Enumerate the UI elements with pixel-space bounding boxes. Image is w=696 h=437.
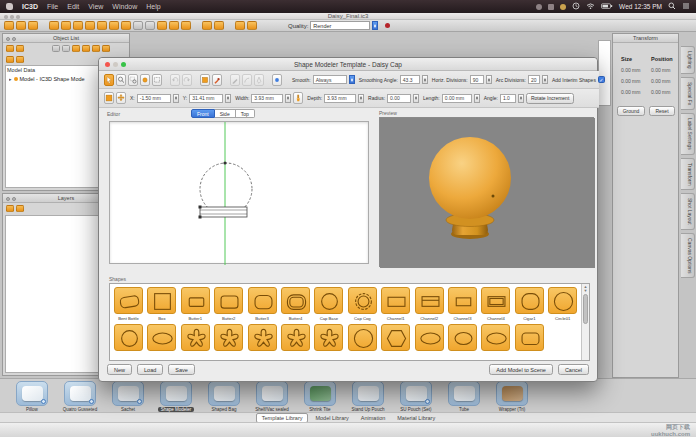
template-thumbnail[interactable]	[112, 381, 144, 406]
close-button[interactable]	[105, 62, 110, 67]
minimize-button[interactable]	[113, 62, 118, 67]
editor-canvas[interactable]	[109, 121, 369, 264]
paint-depth-icon[interactable]	[293, 92, 303, 104]
menu-file[interactable]: File	[47, 3, 58, 10]
y-field-stepper[interactable]	[225, 94, 231, 103]
radius-field[interactable]: 0.00	[387, 94, 411, 103]
x-field-stepper[interactable]	[173, 94, 179, 103]
length-field-stepper[interactable]	[474, 94, 480, 103]
add-layer-icon[interactable]	[6, 205, 14, 212]
draw-pen-icon[interactable]	[254, 74, 264, 86]
editor-tab-front[interactable]: Front	[191, 109, 215, 118]
shelf-item-pillow[interactable]: Pillow	[8, 380, 56, 412]
select-arrow-icon[interactable]	[104, 74, 114, 86]
angle-field[interactable]: 1.0	[500, 94, 516, 103]
template-thumbnail[interactable]	[400, 381, 432, 406]
scrollbar-thumb[interactable]	[583, 294, 588, 324]
side-tab-shot-layout[interactable]: Shot Layout	[681, 193, 695, 230]
new-button[interactable]: New	[107, 364, 132, 375]
dialog-window-controls[interactable]	[105, 62, 126, 67]
shape-tile-roundrect[interactable]	[515, 324, 544, 351]
open-group-icon[interactable]	[16, 56, 24, 63]
render-camera-icon[interactable]	[214, 21, 224, 30]
side-tab-canvas-options[interactable]: Canvas Options	[681, 233, 695, 279]
shape-tile-circle[interactable]	[114, 324, 143, 351]
horiz-divisions-field-stepper[interactable]	[486, 75, 492, 84]
wifi-icon[interactable]	[586, 2, 595, 11]
shape-tile-butter4[interactable]	[281, 287, 310, 314]
new-group-icon[interactable]	[6, 56, 14, 63]
undo-icon[interactable]	[170, 74, 180, 86]
arc-divisions-field[interactable]: 20	[528, 75, 540, 84]
apple-menu-icon[interactable]	[6, 3, 13, 10]
shelf-item-shaped-bag[interactable]: Shaped Bag	[200, 380, 248, 412]
redo-icon[interactable]	[182, 74, 192, 86]
clock-icon[interactable]	[572, 2, 580, 11]
add-interim-shapes-checkbox[interactable]: ✓	[598, 76, 605, 83]
template-thumbnail[interactable]	[256, 381, 288, 406]
shape-tile-circlebig[interactable]	[348, 324, 377, 351]
draw-tool-icon[interactable]	[97, 21, 107, 30]
shelf-item-tube[interactable]: Tube	[440, 380, 488, 412]
arc-divisions-field-stepper[interactable]	[542, 75, 548, 84]
menu-window[interactable]: Window	[112, 3, 137, 10]
shape-tile-channel4[interactable]	[481, 287, 510, 314]
shape-tile-cigar1[interactable]	[515, 287, 544, 314]
template-thumbnail[interactable]	[64, 381, 96, 406]
editor-tab-top[interactable]: Top	[236, 109, 255, 118]
battery-icon[interactable]	[601, 2, 613, 11]
shelf-item-su-pouch-set-[interactable]: SU Pouch (Set)	[392, 380, 440, 412]
link-icon[interactable]	[82, 45, 90, 52]
open-file-icon[interactable]	[16, 21, 26, 30]
zoom-region-icon[interactable]	[128, 74, 138, 86]
library-tab-template-library[interactable]: Template Library	[256, 413, 309, 423]
move-up-icon[interactable]	[52, 45, 60, 52]
smart-label-icon[interactable]	[169, 21, 179, 30]
x-field[interactable]: -1.50 mm	[137, 94, 171, 103]
template-thumbnail[interactable]	[496, 381, 528, 406]
duplicate-icon[interactable]	[72, 45, 80, 52]
shape-tile-butter1[interactable]	[181, 287, 210, 314]
mirror-tool-icon[interactable]	[145, 21, 155, 30]
shape-tile-circle01[interactable]	[548, 287, 577, 314]
add-model-to-scene-button[interactable]: Add Model to Scene	[489, 364, 553, 375]
length-field[interactable]: 0.00 mm	[442, 94, 472, 103]
horiz-divisions-field[interactable]: 90	[470, 75, 484, 84]
primitive-box-icon[interactable]	[202, 21, 212, 30]
undo-icon[interactable]	[235, 21, 245, 30]
move-down-icon[interactable]	[62, 45, 70, 52]
smoothing-angle-field-stepper[interactable]	[422, 75, 428, 84]
shape-tile-channel3[interactable]	[448, 287, 477, 314]
shape-tile-butter2[interactable]	[214, 287, 243, 314]
shape-tile-channel1[interactable]	[381, 287, 410, 314]
y-field[interactable]: 31.41 mm	[189, 94, 223, 103]
new-file-icon[interactable]	[4, 21, 14, 30]
node-select-icon[interactable]	[140, 74, 150, 86]
ground-button[interactable]: Ground	[617, 106, 645, 116]
status-icon-2[interactable]	[548, 4, 554, 10]
editor-tab-side[interactable]: Side	[215, 109, 236, 118]
smoothing-angle-field[interactable]: 43.3	[400, 75, 420, 84]
menu-clock[interactable]: Wed 12:35 PM	[619, 3, 662, 10]
window-controls[interactable]	[4, 15, 20, 19]
rotate-increment-button[interactable]: Rotate Increment	[526, 93, 574, 104]
shape-tile-box[interactable]	[147, 287, 176, 314]
shape-tile-flower[interactable]	[181, 324, 210, 351]
side-tab-transform[interactable]: Transform	[681, 158, 695, 191]
cancel-button[interactable]: Cancel	[558, 364, 589, 375]
template-thumbnail[interactable]	[16, 381, 48, 406]
template-thumbnail[interactable]	[448, 381, 480, 406]
shapes-list[interactable]: ▲▼ Bent BottleBoxButter1Butter2Butter3Bu…	[109, 283, 590, 361]
quality-stepper[interactable]	[372, 21, 378, 30]
shape-tile-ellipse[interactable]	[147, 324, 176, 351]
quality-select[interactable]: Render	[310, 21, 370, 30]
app-menu[interactable]: IC3D	[22, 3, 38, 10]
shelf-item-wrapper-tri-[interactable]: Wrapper (Tri)	[488, 380, 536, 412]
template-thumbnail[interactable]	[208, 381, 240, 406]
template-thumbnail[interactable]	[304, 381, 336, 406]
shape-tile-bent-bottle[interactable]	[114, 287, 143, 314]
width-field-stepper[interactable]	[285, 94, 291, 103]
pan-hand-icon[interactable]	[181, 21, 191, 30]
save-file-icon[interactable]	[28, 21, 38, 30]
shape-tile-channel2[interactable]	[415, 287, 444, 314]
